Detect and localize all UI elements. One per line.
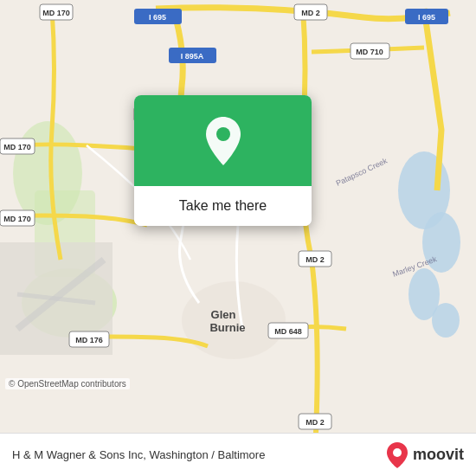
popup-card: Take me there <box>134 95 312 226</box>
svg-text:MD 2: MD 2 <box>301 9 320 17</box>
location-pin-icon <box>202 115 245 167</box>
svg-text:MD 170: MD 170 <box>3 143 31 151</box>
svg-text:MD 2: MD 2 <box>306 418 325 427</box>
svg-text:MD 2: MD 2 <box>306 255 325 264</box>
take-me-there-button[interactable]: Take me there <box>134 186 312 226</box>
moovit-pin-icon <box>385 441 409 469</box>
moovit-brand-text: moovit <box>413 446 464 464</box>
svg-text:MD 710: MD 710 <box>356 48 383 56</box>
moovit-logo: moovit <box>385 441 464 469</box>
svg-text:MD 170: MD 170 <box>3 215 31 223</box>
business-info: H & M Wagner & Sons Inc, Washington / Ba… <box>12 448 265 461</box>
svg-text:MD 170: MD 170 <box>42 9 70 17</box>
bottom-left: H & M Wagner & Sons Inc, Washington / Ba… <box>12 448 265 461</box>
svg-point-43 <box>393 448 402 457</box>
svg-text:MD 176: MD 176 <box>75 336 103 344</box>
svg-text:I 695: I 695 <box>149 13 166 22</box>
popup-green-header <box>134 95 312 186</box>
svg-text:I 695: I 695 <box>418 13 435 22</box>
svg-text:MD 648: MD 648 <box>274 327 302 336</box>
osm-attribution: © OpenStreetMap contributors <box>5 378 130 389</box>
svg-point-42 <box>216 127 230 141</box>
map-container[interactable]: Patapsco Creek Marley Creek I 695 I 895A… <box>0 0 476 433</box>
svg-text:Glen: Glen <box>211 308 236 321</box>
svg-text:Burnie: Burnie <box>209 321 245 334</box>
svg-point-4 <box>432 303 460 338</box>
svg-text:I 895A: I 895A <box>181 52 204 61</box>
bottom-bar: H & M Wagner & Sons Inc, Washington / Ba… <box>0 433 476 476</box>
